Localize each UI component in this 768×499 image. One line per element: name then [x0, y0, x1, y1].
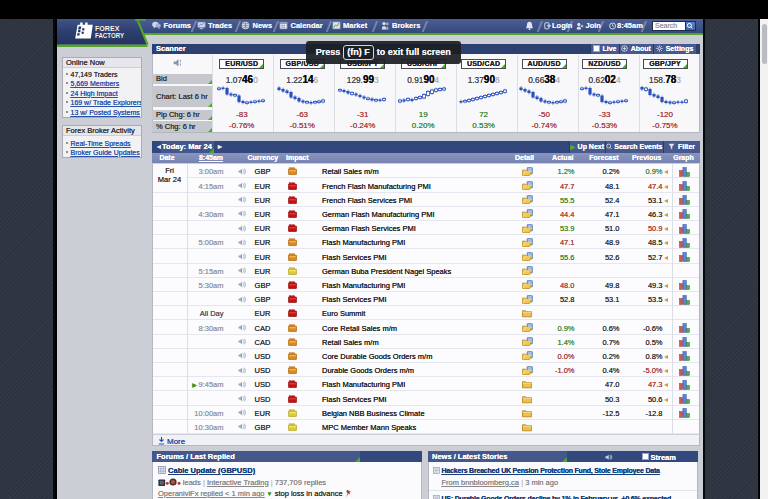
svg-text:FOREX: FOREX: [95, 25, 120, 32]
svg-text:FACTORY: FACTORY: [95, 32, 125, 39]
